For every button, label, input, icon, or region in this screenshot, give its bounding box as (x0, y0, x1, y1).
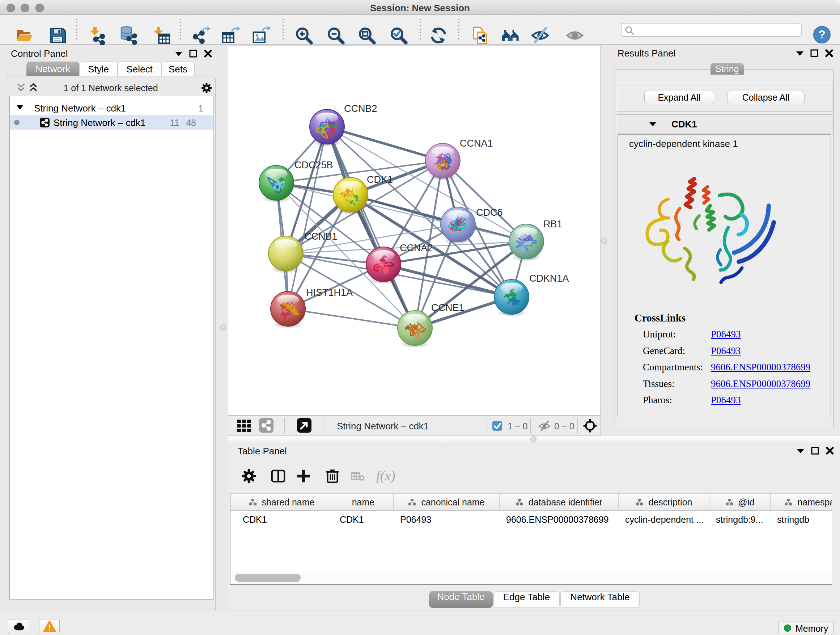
column-header-database-identifier[interactable]: database identifier (500, 494, 619, 511)
panel-menu-icon[interactable] (797, 448, 805, 454)
node-label-CDK1[interactable]: CDK1 (367, 174, 393, 185)
network-options-gear-icon[interactable] (201, 82, 213, 94)
column-header-description[interactable]: description (619, 494, 709, 511)
search-box (621, 23, 802, 37)
tab-network-table[interactable]: Network Table (561, 591, 639, 608)
divider (486, 418, 487, 434)
table-cell[interactable]: CDK1 (340, 511, 393, 527)
grid-view-icon[interactable] (236, 418, 252, 434)
collapse-all-button[interactable]: Collapse All (727, 91, 805, 104)
node-label-CDC6[interactable]: CDC6 (476, 207, 503, 218)
import-network-icon[interactable] (87, 26, 106, 45)
right-splitter-handle[interactable] (601, 238, 607, 244)
column-header-shared-name[interactable]: shared name (231, 494, 333, 511)
network-share-icon[interactable] (259, 418, 273, 432)
column-header--id[interactable]: @id (709, 494, 771, 511)
tab-select[interactable]: Select (118, 62, 161, 76)
crosslink-link[interactable]: P06493 (711, 394, 741, 406)
export-network-icon[interactable] (191, 26, 210, 45)
node-label-CCNB2[interactable]: CCNB2 (344, 103, 377, 114)
table-cell[interactable]: cyclin-dependent ... (625, 511, 709, 527)
zoom-fit-icon[interactable] (357, 26, 377, 45)
export-image-icon[interactable] (251, 26, 271, 45)
node-label-RB1[interactable]: RB1 (543, 219, 562, 230)
node-label-CCNE1[interactable]: CCNE1 (431, 302, 464, 313)
table-cell[interactable]: stringdb:9... (716, 511, 770, 527)
node-label-CDC25B[interactable]: CDC25B (294, 160, 333, 171)
delete-column-icon[interactable] (324, 468, 341, 485)
crosslink-link[interactable]: 9606.ENSP00000378699 (711, 378, 810, 390)
add-column-icon[interactable] (295, 468, 312, 485)
tab-sets[interactable]: Sets (161, 62, 195, 76)
tab-edge-table[interactable]: Edge Table (493, 591, 560, 608)
node-label-CCNB1[interactable]: CCNB1 (304, 231, 338, 242)
network-tree: String Network – cdk1 1 String Network –… (9, 96, 213, 600)
home-icon[interactable] (501, 26, 521, 45)
node-label-HIST1H1A[interactable]: HIST1H1A (306, 287, 353, 298)
column-header-namespace[interactable]: namespace (771, 494, 832, 511)
search-input[interactable] (638, 24, 797, 35)
network-canvas[interactable]: CCNB2CCNA1CDC25BCDK1CDC6RB1CCNB1CCNA2CDK… (228, 46, 601, 415)
search-icon (624, 25, 635, 36)
close-panel-icon[interactable] (825, 49, 834, 57)
panel-menu-icon[interactable] (796, 50, 804, 56)
zoom-in-icon[interactable] (294, 26, 314, 45)
split-columns-icon[interactable] (270, 468, 286, 485)
tab-network[interactable]: Network (27, 62, 79, 76)
expand-all-button[interactable]: Expand All (644, 91, 714, 104)
network-row-selected[interactable]: String Network – cdk1 11 48 (10, 115, 213, 130)
open-session-icon[interactable] (15, 26, 34, 45)
tab-node-table[interactable]: Node Table (429, 591, 493, 608)
table-cell[interactable]: CDK1 (243, 511, 338, 527)
node-label-CCNA2[interactable]: CCNA2 (400, 242, 433, 253)
memory-button[interactable]: Memory (778, 622, 834, 634)
vertical-splitter-handle[interactable] (220, 325, 226, 331)
column-header-canonical-name[interactable]: canonical name (393, 494, 500, 511)
float-panel-icon[interactable] (189, 50, 197, 57)
status-bar: Memory (0, 610, 840, 635)
save-session-icon[interactable] (48, 26, 67, 45)
cloud-button[interactable] (8, 619, 29, 633)
gene-section-header[interactable]: CDK1 (617, 114, 832, 134)
refresh-icon[interactable] (429, 26, 448, 45)
cloud-icon (12, 622, 25, 631)
network-collection-row[interactable]: String Network – cdk1 1 (10, 101, 213, 115)
zoom-selected-icon[interactable] (389, 26, 409, 45)
hide-icon[interactable] (531, 26, 550, 45)
crosslink-link[interactable]: P06493 (711, 329, 741, 340)
table-horizontal-scrollbar[interactable] (231, 571, 831, 584)
window-title: Session: New Session (0, 3, 840, 14)
selected-checkbox-icon[interactable] (493, 421, 502, 431)
float-panel-icon[interactable] (811, 447, 819, 455)
crosshair-icon[interactable] (583, 418, 597, 433)
horizontal-splitter-handle[interactable] (531, 436, 537, 442)
tab-style[interactable]: Style (79, 62, 118, 76)
node-label-CCNA1[interactable]: CCNA1 (460, 138, 493, 149)
tab-string[interactable]: String (711, 63, 744, 74)
import-database-icon[interactable] (118, 26, 138, 45)
table-cell[interactable]: P06493 (400, 511, 499, 527)
import-table-icon[interactable] (152, 26, 172, 45)
float-panel-icon[interactable] (810, 49, 818, 57)
crosslink-link[interactable]: P06493 (711, 345, 741, 356)
show-icon[interactable] (565, 26, 584, 45)
close-panel-icon[interactable] (826, 447, 834, 455)
zoom-out-icon[interactable] (326, 26, 346, 45)
table-settings-gear-icon[interactable] (240, 468, 257, 485)
table-cell[interactable]: stringdb (777, 511, 832, 527)
open-view-icon[interactable] (297, 418, 311, 432)
panel-menu-icon[interactable] (175, 51, 183, 57)
collapse-section-icon[interactable] (649, 121, 657, 127)
help-icon[interactable]: ? (813, 26, 832, 45)
crosslink-link[interactable]: 9606.ENSP00000378699 (711, 362, 810, 373)
node-label-CDKN1A[interactable]: CDKN1A (529, 273, 569, 284)
warnings-button[interactable] (39, 619, 60, 633)
horizontal-splitter[interactable] (228, 436, 840, 442)
column-header-name[interactable]: name (333, 494, 393, 511)
table-cell[interactable]: 9606.ENSP00000378699 (506, 511, 618, 527)
scrollbar-thumb[interactable] (235, 574, 301, 582)
collapse-row-icon[interactable] (17, 105, 23, 110)
close-panel-icon[interactable] (204, 49, 212, 58)
export-table-icon[interactable] (221, 26, 240, 45)
clone-network-icon[interactable] (470, 26, 490, 45)
